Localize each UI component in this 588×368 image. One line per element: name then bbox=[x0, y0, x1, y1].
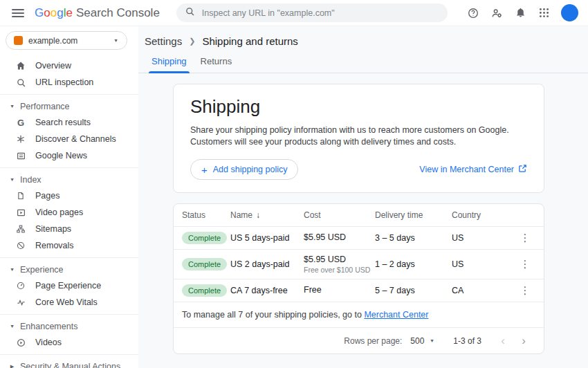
section-label: Experience bbox=[20, 265, 64, 275]
tab-shipping[interactable]: Shipping bbox=[145, 56, 194, 73]
google-g-icon: G bbox=[15, 117, 26, 128]
policy-cost: $5.95 USD bbox=[304, 232, 375, 242]
section-header-security[interactable]: ▶ Security & Manual Actions bbox=[0, 358, 138, 368]
row-overflow-menu-icon[interactable]: ⋮ bbox=[520, 284, 531, 297]
card-title: Shipping bbox=[190, 96, 527, 118]
url-inspect-input[interactable] bbox=[202, 8, 439, 18]
sidebar-item-label: Videos bbox=[35, 338, 62, 347]
main-content: Settings ❯ Shipping and returns Shipping… bbox=[138, 26, 588, 368]
menu-icon[interactable] bbox=[8, 3, 28, 23]
google-apps-grid-icon[interactable] bbox=[535, 4, 553, 22]
previous-page-icon[interactable]: ‹ bbox=[493, 334, 513, 348]
sidebar-item-videos[interactable]: Videos bbox=[0, 334, 138, 351]
caret-right-icon: ▶ bbox=[10, 364, 15, 368]
help-icon[interactable] bbox=[464, 4, 482, 22]
col-header-status: Status bbox=[182, 210, 230, 220]
policy-delivery-time: 5 – 7 days bbox=[375, 286, 452, 295]
external-link-icon bbox=[518, 164, 527, 175]
discover-asterisk-icon bbox=[15, 134, 26, 145]
sidebar-section-enhancements: ▼ Enhancements Videos bbox=[0, 314, 138, 351]
news-icon bbox=[15, 150, 26, 161]
sidebar-item-url-inspection[interactable]: URL inspection bbox=[0, 74, 138, 91]
policy-country: US bbox=[452, 233, 515, 243]
property-icon bbox=[14, 36, 23, 45]
col-header-delivery-time: Delivery time bbox=[375, 210, 452, 220]
sidebar-item-removals[interactable]: Removals bbox=[0, 237, 138, 254]
sidebar-section-experience: ▼ Experience Page Experience Core Web Vi… bbox=[0, 257, 138, 311]
policy-delivery-time: 1 – 2 days bbox=[375, 259, 452, 269]
view-in-merchant-center-link[interactable]: View in Merchant Center bbox=[419, 164, 527, 175]
property-selector[interactable]: example.com ▼ bbox=[6, 31, 127, 50]
chevron-down-icon: ▼ bbox=[430, 338, 434, 344]
policy-name: US 5 days-paid bbox=[230, 233, 304, 243]
top-app-bar: Google Search Console bbox=[0, 0, 588, 26]
rows-per-page-label: Rows per page: bbox=[344, 336, 402, 346]
section-header-index[interactable]: ▼ Index bbox=[0, 172, 138, 187]
section-label: Index bbox=[20, 175, 42, 185]
merchant-center-link[interactable]: Merchant Center bbox=[364, 310, 428, 320]
sitemap-icon bbox=[15, 223, 26, 234]
section-header-enhancements[interactable]: ▼ Enhancements bbox=[0, 318, 138, 334]
sidebar-item-google-news[interactable]: Google News bbox=[0, 147, 138, 164]
row-overflow-menu-icon[interactable]: ⋮ bbox=[520, 258, 531, 270]
policy-name: US 2 days-paid bbox=[230, 259, 304, 269]
page-icon bbox=[15, 190, 26, 201]
add-shipping-policy-button[interactable]: + Add shipping policy bbox=[190, 159, 298, 180]
caret-down-icon: ▼ bbox=[10, 177, 15, 183]
notifications-bell-icon[interactable] bbox=[511, 4, 529, 22]
policy-country: US bbox=[452, 259, 515, 269]
search-console-app: Google Search Console bbox=[0, 0, 588, 368]
url-inspect-searchbar[interactable] bbox=[176, 3, 448, 22]
rows-per-page-select[interactable]: 500 ▼ bbox=[410, 336, 435, 346]
policy-cost: Free bbox=[304, 285, 375, 295]
video-page-icon bbox=[15, 207, 26, 218]
sidebar-item-sitemaps[interactable]: Sitemaps bbox=[0, 221, 138, 237]
sidebar-item-discover[interactable]: Discover & Channels bbox=[0, 131, 138, 147]
section-header-experience[interactable]: ▼ Experience bbox=[0, 261, 138, 277]
pagination-range: 1-3 of 3 bbox=[453, 336, 481, 346]
sidebar-item-label: Overview bbox=[35, 61, 71, 71]
section-label: Performance bbox=[20, 102, 70, 111]
footer-note-text: To manage all 7 of your shipping policie… bbox=[182, 310, 362, 320]
sidebar-item-search-results[interactable]: G Search results bbox=[0, 114, 138, 131]
play-circle-icon bbox=[15, 337, 26, 348]
col-header-country: Country bbox=[452, 210, 515, 220]
sidebar-item-pages[interactable]: Pages bbox=[0, 187, 138, 204]
product-name: Search Console bbox=[76, 6, 160, 20]
sidebar-item-label: Removals bbox=[35, 241, 74, 250]
breadcrumb-chevron-icon: ❯ bbox=[189, 37, 195, 46]
tab-returns[interactable]: Returns bbox=[194, 56, 239, 73]
table-row: Complete US 5 days-paid $5.95 USD 3 – 5 … bbox=[174, 226, 544, 249]
sidebar-item-overview[interactable]: Overview bbox=[0, 57, 138, 74]
sidebar-item-page-experience[interactable]: Page Experience bbox=[0, 277, 138, 294]
table-row: Complete US 2 days-paid $5.95 USDFree ov… bbox=[174, 249, 544, 279]
table-footer-note: To manage all 7 of your shipping policie… bbox=[174, 302, 544, 327]
sidebar-item-label: Core Web Vitals bbox=[35, 297, 98, 307]
card-description: Share your shipping policy information w… bbox=[190, 125, 522, 148]
intro-actions: + Add shipping policy View in Merchant C… bbox=[190, 159, 527, 180]
sidebar-item-core-web-vitals[interactable]: Core Web Vitals bbox=[0, 294, 138, 311]
status-badge: Complete bbox=[182, 258, 227, 270]
next-page-icon[interactable]: › bbox=[513, 334, 534, 348]
table-row: Complete CA 7 days-free Free 5 – 7 days … bbox=[174, 279, 544, 302]
breadcrumb-settings[interactable]: Settings bbox=[145, 35, 182, 47]
page-title: Shipping and returns bbox=[202, 35, 297, 47]
policy-country: CA bbox=[452, 286, 515, 295]
tab-bar: Shipping Returns bbox=[138, 56, 588, 73]
removals-blocked-icon bbox=[15, 240, 26, 251]
status-badge: Complete bbox=[182, 284, 227, 297]
row-overflow-menu-icon[interactable]: ⋮ bbox=[520, 232, 531, 244]
user-settings-icon[interactable] bbox=[488, 4, 506, 22]
section-header-performance[interactable]: ▼ Performance bbox=[0, 98, 138, 114]
app-shell: example.com ▼ Overview URL inspection ▼ … bbox=[0, 26, 588, 368]
account-avatar[interactable] bbox=[561, 4, 578, 21]
add-shipping-policy-label: Add shipping policy bbox=[213, 165, 288, 174]
col-header-name[interactable]: Name ↓ bbox=[230, 210, 304, 220]
sidebar-item-label: Sitemaps bbox=[35, 224, 71, 234]
content-area: Shipping Share your shipping policy info… bbox=[138, 73, 588, 368]
shipping-policies-table: Status Name ↓ Cost Delivery time Country… bbox=[173, 203, 544, 354]
col-header-cost: Cost bbox=[304, 210, 375, 220]
sidebar-item-video-pages[interactable]: Video pages bbox=[0, 204, 138, 221]
magnifier-icon bbox=[15, 77, 26, 88]
policy-cost: $5.95 USD bbox=[304, 255, 375, 264]
